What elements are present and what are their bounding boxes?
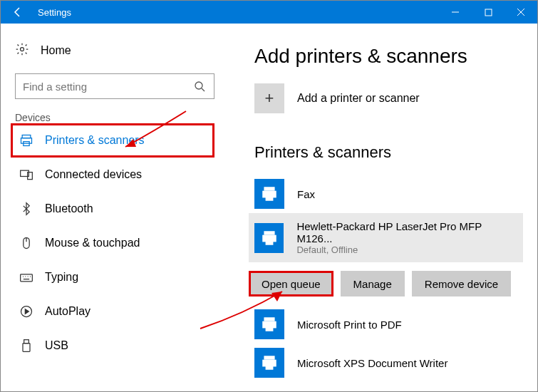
printer-device-icon [254,179,284,209]
search-icon [192,81,207,92]
printer-actions: Open queue Manage Remove device [249,271,523,296]
manage-button[interactable]: Manage [341,271,405,296]
usb-icon [19,339,33,353]
autoplay-icon [19,304,33,319]
svg-rect-18 [265,239,273,245]
add-printer-label: Add a printer or scanner [297,92,420,105]
nav-label: Bluetooth [45,202,93,215]
nav-mouse-touchpad[interactable]: Mouse & touchpad [15,226,214,260]
mouse-icon [19,236,33,250]
printer-name: Microsoft XPS Document Writer [297,357,448,369]
svg-point-2 [195,82,202,89]
svg-rect-9 [21,274,33,282]
printer-item-xps[interactable]: Microsoft XPS Document Writer [254,344,523,382]
nav-label: Printers & scanners [45,134,145,147]
nav-connected-devices[interactable]: Connected devices [15,158,214,192]
svg-rect-11 [24,340,29,344]
svg-rect-15 [266,195,274,201]
printer-item-fax[interactable]: Fax [254,175,523,213]
nav-label: Typing [45,271,78,284]
gear-icon [15,42,29,59]
nav-label: USB [45,339,68,352]
nav-bluetooth[interactable]: Bluetooth [15,192,214,226]
svg-rect-13 [264,187,274,190]
plus-icon: + [254,83,284,113]
nav-typing[interactable]: Typing [15,260,214,294]
keyboard-icon [19,270,33,284]
window-title: Settings [35,7,71,18]
title-bar: Settings [1,1,537,24]
printer-item-hp[interactable]: Hewlett-Packard HP LaserJet Pro MFP M126… [249,213,523,262]
nav-usb[interactable]: USB [15,329,214,363]
svg-rect-4 [21,138,32,144]
printer-item-ms-pdf[interactable]: Microsoft Print to PDF [254,305,523,344]
open-queue-button[interactable]: Open queue [249,271,333,296]
remove-device-button[interactable]: Remove device [412,271,511,296]
back-button[interactable] [1,1,35,24]
search-box[interactable] [15,73,214,99]
devices-icon [19,167,33,182]
printer-device-icon [254,309,284,339]
add-printer-button[interactable]: + Add a printer or scanner [254,83,523,113]
svg-rect-7 [28,172,33,180]
printer-name: Hewlett-Packard HP LaserJet Pro MFP M126… [296,220,517,244]
nav-label: Connected devices [45,168,142,181]
nav-autoplay[interactable]: AutoPlay [15,294,214,329]
printer-icon [19,133,33,148]
maximize-button[interactable] [472,1,505,24]
svg-rect-24 [266,364,274,370]
nav-label: Mouse & touchpad [45,237,140,249]
svg-rect-19 [264,317,274,321]
home-nav[interactable]: Home [15,36,214,65]
close-button[interactable] [505,1,537,24]
svg-rect-22 [264,356,274,359]
heading-add-printers: Add printers & scanners [254,45,523,68]
printer-status: Default, Offline [296,244,517,255]
heading-printers-list: Printers & scanners [254,143,523,162]
printer-device-icon [254,223,284,253]
printer-name: Fax [297,188,315,200]
svg-point-1 [21,48,24,51]
printer-name: Microsoft Print to PDF [297,319,402,331]
main-panel: Add printers & scanners + Add a printer … [229,24,537,391]
search-input[interactable] [23,81,192,93]
svg-rect-0 [485,9,492,16]
bluetooth-icon [19,202,33,216]
nav-label: AutoPlay [45,305,90,318]
svg-rect-21 [266,326,274,331]
minimize-button[interactable] [439,1,472,24]
printer-device-icon [254,348,284,378]
category-header: Devices [15,112,214,123]
svg-rect-16 [264,231,274,234]
nav-printers-scanners[interactable]: Printers & scanners [11,123,214,158]
home-label: Home [41,44,71,57]
sidebar: Home Devices Printers & scanners Connect… [1,24,229,391]
svg-rect-12 [23,344,30,352]
